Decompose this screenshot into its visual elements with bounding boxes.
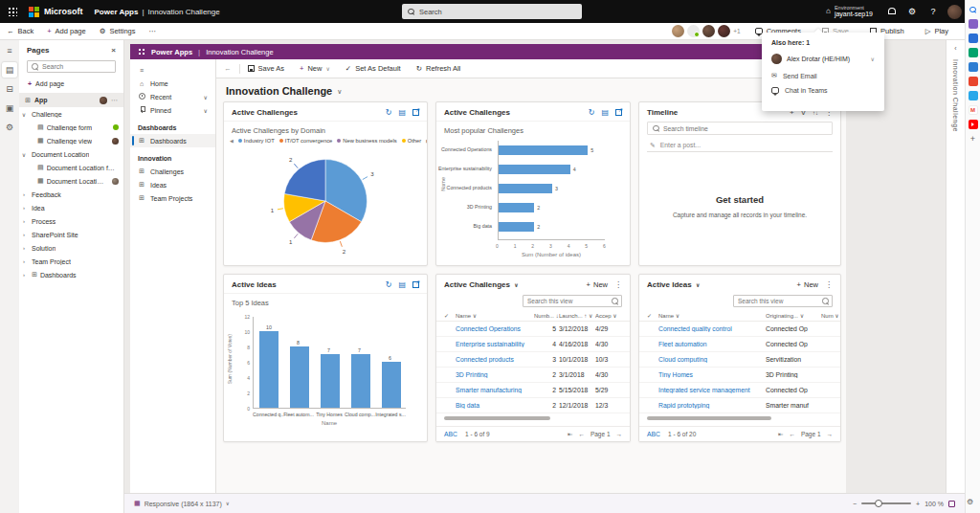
view-records-icon[interactable]: ▤ (398, 280, 406, 289)
microsoft-home-link[interactable]: Microsoft (25, 0, 91, 23)
record-link[interactable]: Connected Operations (456, 325, 534, 332)
horizontal-scrollbar[interactable] (647, 416, 771, 420)
column-header[interactable]: Name ∨ (456, 312, 534, 319)
pages-tree-item[interactable]: ›Feedback (19, 188, 123, 201)
pages-add-page-button[interactable]: + Add page (19, 75, 123, 93)
collapse-chevron-icon[interactable]: ‹ (954, 45, 956, 52)
dashboard-title-row[interactable]: Innovation Challenge ∨ (216, 78, 846, 97)
table-row[interactable]: Integrated service managementConnected O… (639, 383, 840, 398)
presence-avatars[interactable]: +1 (672, 25, 740, 37)
notifications-button[interactable] (880, 0, 902, 23)
expand-icon[interactable] (615, 109, 622, 116)
record-link[interactable]: Big data (456, 402, 534, 409)
more-icon[interactable]: ⋯ (111, 97, 118, 104)
app-icon-3[interactable] (969, 62, 978, 72)
settings-button[interactable]: ⚙Settings (93, 23, 143, 40)
pages-tree-item[interactable]: ▤Challenge form (19, 121, 123, 134)
account-button[interactable] (944, 0, 965, 23)
table-row[interactable]: Enterprise sustainability44/16/20184/30 (436, 337, 630, 352)
record-link[interactable]: Smarter manufacturing (456, 387, 534, 393)
pie-chart[interactable]: 32112 (224, 144, 427, 258)
app-nav-item-challenges[interactable]: ⊞Challenges (130, 165, 215, 178)
vbar-bar[interactable] (259, 331, 278, 408)
zoom-slider[interactable] (861, 502, 911, 504)
pages-tree-item[interactable]: ∨Challenge (19, 107, 123, 121)
global-search-input[interactable]: Search (402, 4, 582, 19)
record-link[interactable]: Rapid prototyping (658, 402, 766, 409)
zoom-out-button[interactable]: − (853, 501, 857, 507)
app-icon-4[interactable] (969, 77, 978, 86)
pages-tree-item[interactable]: ∨Document Location (19, 147, 123, 161)
advanced-tools-icon[interactable]: ⚙ (2, 120, 17, 135)
mail-icon[interactable]: M (969, 105, 978, 115)
hbar-bar[interactable] (499, 165, 570, 174)
view-records-icon[interactable]: ▤ (398, 108, 406, 117)
pages-tree-item[interactable]: ›Team Project (19, 255, 123, 268)
select-all-checkbox[interactable]: ✓ (647, 312, 658, 319)
legend-scroll-left-icon[interactable]: ◀ (230, 138, 234, 144)
add-page-button[interactable]: +Add page (40, 23, 93, 40)
save-as-button[interactable]: Save As (240, 59, 293, 78)
view-search-input[interactable] (738, 298, 822, 304)
table-row[interactable]: Cloud computingServitization (639, 352, 840, 368)
pages-tree-item[interactable]: ›Solution (19, 241, 123, 255)
zoom-in-button[interactable]: + (916, 501, 920, 507)
fit-to-screen-icon[interactable] (948, 501, 955, 507)
chat-in-teams-button[interactable]: Chat in Teams (762, 83, 884, 98)
send-email-button[interactable]: ✉ Send Email (762, 68, 884, 83)
record-link[interactable]: Tiny Homes (658, 371, 766, 378)
pages-tree-item[interactable]: ▦Challenge view (19, 134, 123, 147)
pie-slice[interactable] (284, 160, 325, 201)
refresh-all-button[interactable]: ↻Refresh All (409, 59, 469, 78)
app-nav-item-ideas[interactable]: ⊞Ideas (130, 178, 215, 191)
back-button[interactable]: ←Back (0, 23, 40, 40)
table-row[interactable]: Fleet automationConnected Op (639, 337, 840, 352)
expand-icon[interactable] (412, 109, 419, 116)
table-row[interactable]: Connected products310/1/201810/3 (436, 352, 630, 368)
waffle-icon[interactable] (138, 48, 145, 56)
app-nav-item-dashboards[interactable]: ⊞Dashboards (130, 134, 215, 147)
first-page-icon[interactable]: ⇤ (568, 431, 572, 438)
timeline-post-box[interactable]: ✎ Enter a post... (647, 139, 833, 152)
vbar-bar[interactable] (290, 346, 309, 408)
app-icon-2[interactable] (969, 48, 978, 57)
copilot-icon[interactable] (969, 19, 978, 29)
record-link[interactable]: Connected products (456, 356, 534, 363)
settings-gear-button[interactable]: ⚙ (902, 0, 923, 23)
sidebar-search-icon[interactable] (969, 5, 978, 14)
table-new-button[interactable]: +New (587, 280, 608, 289)
table-row[interactable]: 3D Printing23/1/20184/30 (436, 368, 630, 383)
app-nav-item-team-projects[interactable]: ⊞Team Projects (130, 191, 215, 205)
view-records-icon[interactable]: ▤ (601, 108, 609, 117)
pages-tree-item[interactable]: ›SharePoint Site (19, 228, 123, 241)
pages-tree-item[interactable]: ›⊞Dashboards (19, 268, 123, 281)
refresh-icon[interactable]: ↻ (386, 280, 392, 289)
pages-tree-item[interactable]: ›Process (19, 214, 123, 228)
table-row[interactable]: Rapid prototypingSmarter manuf (639, 398, 840, 413)
pages-search-input[interactable] (42, 63, 109, 70)
new-button[interactable]: +New∨ (292, 59, 338, 78)
canvas-size-label[interactable]: Responsive (1864 x 1137) (145, 501, 222, 507)
more-icon[interactable]: ⋮ (825, 280, 833, 289)
hbar-bar[interactable] (499, 222, 534, 232)
app-nav-item-recent[interactable]: Recent∨ (130, 90, 215, 103)
refresh-icon[interactable]: ↻ (386, 108, 392, 117)
view-search-input[interactable] (527, 298, 612, 304)
table-title[interactable]: Active Ideas∨ (647, 280, 701, 289)
app-nav-item-pinned[interactable]: Pinned∨ (130, 103, 215, 117)
next-page-icon[interactable]: → (827, 431, 834, 437)
close-icon[interactable]: × (111, 46, 116, 55)
column-header[interactable]: Launch... ↑ ∨ (559, 312, 595, 319)
app-icon-1[interactable] (969, 33, 978, 43)
record-link[interactable]: Fleet automation (658, 341, 766, 347)
prev-page-icon[interactable]: ← (789, 431, 795, 437)
view-search-box[interactable] (523, 295, 622, 307)
column-header[interactable]: Numb... ↓ ∨ (534, 312, 559, 319)
menu-icon[interactable]: ≡ (2, 43, 17, 58)
hbar-bar[interactable] (499, 145, 588, 155)
more-commands-button[interactable]: ⋯ (143, 23, 164, 40)
zoom-slider-thumb[interactable] (875, 500, 882, 507)
popup-user-row[interactable]: Alex Drotar (HE/HIM) ∨ (762, 50, 884, 68)
vbar-bar[interactable] (321, 354, 340, 408)
prev-page-icon[interactable]: ← (578, 431, 585, 437)
